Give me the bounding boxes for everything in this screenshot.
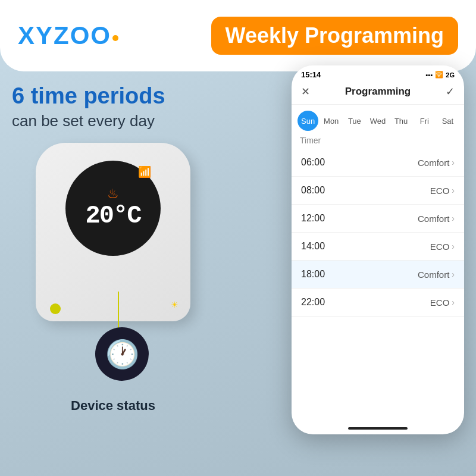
logo-dot — [112, 35, 118, 41]
left-content: 6 time periods can be set every day — [12, 83, 214, 130]
wifi-status: 🛜 — [435, 71, 443, 79]
mode-eco-2: ECO › — [430, 242, 455, 252]
day-thu[interactable]: Thu — [391, 114, 412, 129]
subheadline: can be set every day — [12, 112, 214, 130]
headline: 6 time periods — [12, 83, 214, 109]
mode-comfort-1: Comfort › — [418, 158, 455, 168]
heat-icon: ♨ — [107, 186, 119, 202]
mode-eco-3: ECO › — [430, 298, 455, 308]
signal-bars: ▪▪▪ — [426, 71, 433, 79]
status-time: 15:14 — [301, 70, 321, 79]
time-1200: 12:00 — [301, 213, 337, 224]
signal-icons: ▪▪▪ 🛜 2G — [426, 71, 455, 79]
time-1800: 18:00 — [301, 269, 337, 280]
sun-icon: ☀ — [171, 300, 178, 309]
logo: XYZOO — [18, 21, 118, 50]
day-fri[interactable]: Fri — [414, 114, 435, 129]
schedule-row-3[interactable]: 12:00 Comfort › — [292, 205, 464, 233]
mode-comfort-2: Comfort › — [418, 214, 455, 224]
phone-header: ✕ Programming ✓ — [292, 82, 464, 105]
status-dot — [50, 303, 61, 314]
day-sun[interactable]: Sun — [298, 111, 318, 131]
schedule-row-5[interactable]: 18:00 Comfort › — [292, 261, 464, 289]
logo-text: XYZOO — [18, 21, 111, 50]
day-selector: Sun Mon Tue Wed Thu Fri Sat — [292, 105, 464, 133]
home-indicator — [348, 427, 408, 430]
mode-comfort-3: Comfort › — [418, 270, 455, 280]
day-tue[interactable]: Tue — [344, 114, 365, 129]
day-wed[interactable]: Wed — [367, 114, 388, 129]
weekly-programming-title: Weekly Programming — [226, 23, 444, 48]
display-circle: 📶 ♨ 20°C — [65, 161, 161, 256]
device-area: 📶 ♨ 20°C ☀ 🕐 Device status — [0, 143, 250, 428]
top-bar: XYZOO Weekly Programming — [0, 0, 476, 71]
close-button[interactable]: ✕ — [301, 85, 310, 98]
time-1400: 14:00 — [301, 241, 337, 252]
day-sat[interactable]: Sat — [437, 114, 458, 129]
schedule-list: 06:00 Comfort › 08:00 ECO › 12:00 Comfor… — [292, 149, 464, 424]
schedule-row-4[interactable]: 14:00 ECO › — [292, 233, 464, 261]
time-0600: 06:00 — [301, 157, 337, 168]
status-icon-circle: 🕐 — [95, 327, 149, 381]
chevron-icon-3: › — [452, 214, 455, 223]
device-status-label: Device status — [65, 398, 161, 414]
day-mon[interactable]: Mon — [321, 114, 342, 129]
display-temp: 20°C — [86, 202, 141, 230]
timer-label: Timer — [292, 133, 464, 149]
check-button[interactable]: ✓ — [446, 85, 455, 98]
mode-eco-1: ECO › — [430, 186, 455, 196]
battery-status: 2G — [446, 71, 455, 79]
phone-mockup: 15:14 ▪▪▪ 🛜 2G ✕ Programming ✓ Sun Mon T… — [292, 65, 464, 434]
thermostat: 📶 ♨ 20°C ☀ 🕐 Device status — [24, 143, 208, 345]
thermostat-body: 📶 ♨ 20°C ☀ — [36, 143, 190, 321]
schedule-row-1[interactable]: 06:00 Comfort › — [292, 149, 464, 177]
clock-icon: 🕐 — [105, 338, 139, 370]
weekly-programming-box: Weekly Programming — [211, 17, 458, 55]
programming-title: Programming — [345, 86, 411, 98]
headline-text: time periods — [31, 83, 165, 108]
chevron-icon-2: › — [452, 186, 455, 195]
chevron-icon: › — [452, 158, 455, 167]
status-bar: 15:14 ▪▪▪ 🛜 2G — [292, 65, 464, 82]
schedule-row-2[interactable]: 08:00 ECO › — [292, 177, 464, 205]
headline-number: 6 — [12, 83, 31, 108]
wifi-icon: 📶 — [138, 165, 151, 178]
chevron-icon-5: › — [452, 270, 455, 279]
chevron-icon-4: › — [452, 242, 455, 251]
time-0800: 08:00 — [301, 185, 337, 196]
chevron-icon-6: › — [452, 298, 455, 307]
time-2200: 22:00 — [301, 297, 337, 308]
schedule-row-6[interactable]: 22:00 ECO › — [292, 289, 464, 317]
